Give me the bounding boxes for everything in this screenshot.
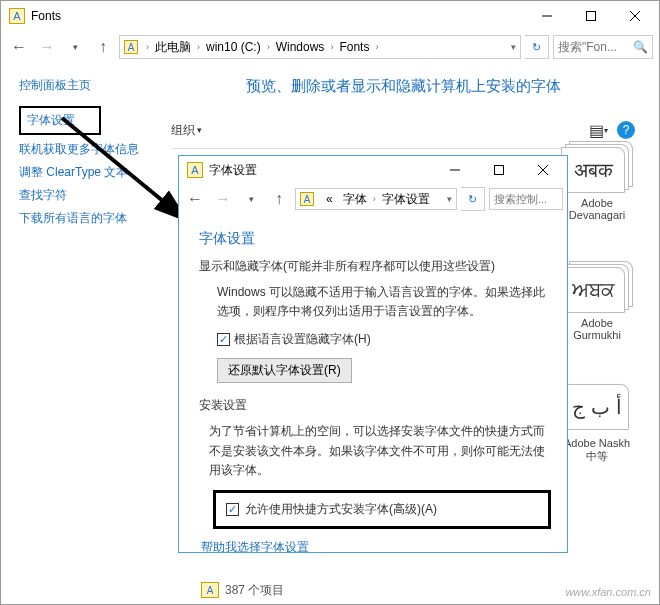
font-label: Adobe Gurmukhi [557,317,637,341]
chevron-right-icon: › [197,42,200,52]
sidebar-item-find-char[interactable]: 查找字符 [19,187,171,204]
chevron-right-icon: › [373,194,376,204]
child-window-title: 字体设置 [209,162,433,179]
font-sample: أ ب ج [565,384,629,430]
breadcrumb[interactable]: A › 此电脑 › win10 (C:) › Windows › Fonts ›… [119,35,521,59]
svg-rect-2 [495,166,504,175]
font-label: Adobe Devanagari [557,197,637,221]
font-sample: अबक [561,147,625,193]
chevron-down-icon[interactable]: ▾ [511,42,516,52]
folder-icon: A [124,40,138,54]
help-button[interactable]: ? [617,121,635,139]
search-icon: 🔍 [633,40,648,54]
sidebar-item-cleartype[interactable]: 调整 ClearType 文本 [19,164,171,181]
view-options-button[interactable]: ▤ ▾ [587,119,609,141]
crumb-fonts[interactable]: Fonts [335,40,373,54]
child-heading: 字体设置 [199,230,551,248]
hide-fonts-body: Windows 可以隐藏不适用于输入语言设置的字体。如果选择此选项，则程序中将仅… [211,283,551,321]
checkbox-checked-icon[interactable]: ✓ [226,503,239,516]
child-history-dropdown[interactable]: ▾ [239,187,263,211]
chevron-down-icon[interactable]: ▾ [447,194,452,204]
crumb-prefix: « [322,192,337,206]
child-search-input[interactable]: 搜索控制... [489,188,563,210]
back-button[interactable]: ← [7,35,31,59]
shortcut-install-checkbox-row[interactable]: ✓ 允许使用快捷方式安装字体(高级)(A) [213,490,551,529]
chevron-right-icon: › [375,42,378,52]
search-input[interactable]: 搜索"Fon... 🔍 [553,35,653,59]
font-tile-gurmukhi[interactable]: ਅਬਕ Adobe Gurmukhi [557,261,637,341]
page-title: 预览、删除或者显示和隐藏计算机上安装的字体 [171,77,635,96]
up-button[interactable]: ↑ [91,35,115,59]
crumb-fonts[interactable]: 字体 [339,191,371,208]
control-panel-home[interactable]: 控制面板主页 [19,77,171,94]
close-button[interactable] [613,2,657,30]
window-title: Fonts [31,9,525,23]
shortcut-install-label: 允许使用快捷方式安装字体(高级)(A) [245,501,437,518]
child-close-button[interactable] [521,156,565,184]
fonts-app-icon: A [9,8,25,24]
forward-button[interactable]: → [35,35,59,59]
font-sample: ਅਬਕ [561,267,625,313]
folder-icon: A [300,192,314,206]
font-label: Adobe Naskh 中等 [557,437,637,464]
install-body: 为了节省计算机上的空间，可以选择安装字体文件的快捷方式而不是安装该文件本身。如果… [203,422,551,480]
svg-rect-0 [587,12,596,21]
chevron-right-icon: › [146,42,149,52]
hide-fonts-checkbox-row[interactable]: ✓ 根据语言设置隐藏字体(H) [217,331,551,348]
child-forward-button[interactable]: → [211,187,235,211]
child-titlebar: A 字体设置 [179,156,567,184]
address-bar: ← → ▾ ↑ A › 此电脑 › win10 (C:) › Windows ›… [1,31,659,63]
status-bar: A 387 个项目 [1,576,659,604]
crumb-pc[interactable]: 此电脑 [151,39,195,56]
maximize-button[interactable] [569,2,613,30]
child-minimize-button[interactable] [433,156,477,184]
sidebar-item-download-langs[interactable]: 下载所有语言的字体 [19,210,171,227]
font-tile-naskh[interactable]: أ ب ج Adobe Naskh 中等 [557,381,637,464]
search-placeholder: 搜索"Fon... [558,39,617,56]
checkbox-checked-icon[interactable]: ✓ [217,333,230,346]
child-up-button[interactable]: ↑ [267,187,291,211]
organize-button[interactable]: 组织▾ [171,122,202,139]
crumb-windows[interactable]: Windows [272,40,329,54]
child-back-button[interactable]: ← [183,187,207,211]
help-choose-link[interactable]: 帮助我选择字体设置 [201,539,551,552]
crumb-font-settings[interactable]: 字体设置 [378,191,434,208]
child-address-bar: ← → ▾ ↑ A « 字体 › 字体设置 ▾ ↻ 搜索控制... [179,184,567,214]
folder-icon: A [201,582,219,598]
chevron-right-icon: › [267,42,270,52]
fonts-app-icon: A [187,162,203,178]
sidebar-item-font-settings[interactable]: 字体设置 [19,106,171,135]
font-grid: अबक Adobe Devanagari ਅਬਕ Adobe Gurmukhi … [557,141,637,464]
child-refresh-button[interactable]: ↻ [461,187,485,211]
minimize-button[interactable] [525,2,569,30]
child-search-placeholder: 搜索控制... [494,192,547,207]
item-count: 387 个项目 [225,582,284,599]
hide-fonts-desc: 显示和隐藏字体(可能并非所有程序都可以使用这些设置) [199,258,551,275]
install-heading: 安装设置 [199,397,551,414]
font-tile-devanagari[interactable]: अबक Adobe Devanagari [557,141,637,221]
chevron-right-icon: › [330,42,333,52]
child-maximize-button[interactable] [477,156,521,184]
sidebar: 控制面板主页 字体设置 联机获取更多字体信息 调整 ClearType 文本 查… [1,63,171,576]
hide-fonts-checkbox-label: 根据语言设置隐藏字体(H) [234,331,371,348]
font-settings-window: A 字体设置 ← → ▾ ↑ A « 字体 › 字体设置 ▾ ↻ 搜索控制...… [178,155,568,553]
child-breadcrumb[interactable]: A « 字体 › 字体设置 ▾ [295,188,457,210]
restore-defaults-button[interactable]: 还原默认字体设置(R) [217,358,352,383]
history-dropdown[interactable]: ▾ [63,35,87,59]
main-titlebar: A Fonts [1,1,659,31]
crumb-drive[interactable]: win10 (C:) [202,40,265,54]
refresh-button[interactable]: ↻ [525,35,549,59]
watermark: www.xfan.com.cn [565,586,651,598]
sidebar-item-online-fonts[interactable]: 联机获取更多字体信息 [19,141,171,158]
